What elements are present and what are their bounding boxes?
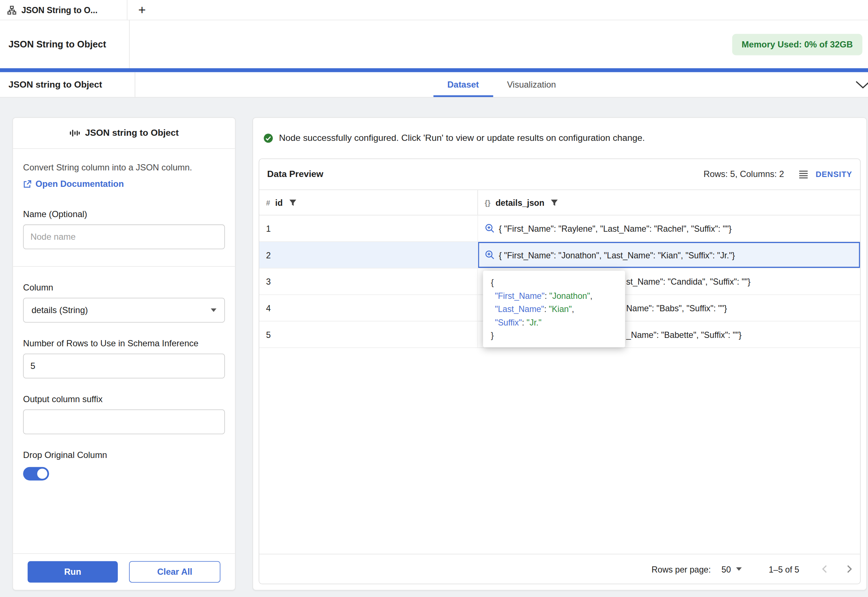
drop-original-label: Drop Original Column xyxy=(23,450,225,460)
chevron-down-icon[interactable] xyxy=(855,80,868,89)
rows-columns-summary: Rows: 5, Columns: 2 xyxy=(704,169,784,180)
data-preview-title: Data Preview xyxy=(267,169,323,180)
json-string-value-partial: st_Name": "Candida", "Suffix": ""} xyxy=(626,276,751,286)
json-key: "Last_Name" xyxy=(495,304,544,313)
tab-dataset[interactable]: Dataset xyxy=(433,72,493,97)
output-suffix-label: Output column suffix xyxy=(23,394,225,404)
json-entry: "First_Name": "Jonathon", xyxy=(491,289,617,302)
magnifier-plus-icon[interactable] xyxy=(485,250,495,260)
section-divider xyxy=(13,266,235,267)
table-body: 1 { "First_Name": "Raylene", "Last_Name"… xyxy=(259,215,860,348)
json-comma: , xyxy=(572,304,574,313)
cell-details-json[interactable]: { "First_Name": "Jonathon", "Last_Name":… xyxy=(477,242,860,268)
json-key: "First_Name" xyxy=(495,291,545,300)
cell-id: 1 xyxy=(259,215,477,241)
memory-usage-badge: Memory Used: 0% of 32GB xyxy=(732,34,862,55)
cell-id: 3 xyxy=(259,269,477,294)
json-entry: "Suffix": "Jr." xyxy=(491,316,617,329)
clear-all-button[interactable]: Clear All xyxy=(129,561,220,583)
config-panel-body: Convert String column into a JSON column… xyxy=(13,149,235,553)
open-documentation-link[interactable]: Open Documentation xyxy=(23,179,225,189)
doc-link-label: Open Documentation xyxy=(36,179,124,189)
filter-icon[interactable] xyxy=(289,199,296,206)
json-open-brace: { xyxy=(491,276,617,289)
column-header-details-json[interactable]: {} details_json xyxy=(477,190,860,215)
page-range: 1–5 of 5 xyxy=(769,564,800,574)
results-panel: Node successfully configured. Click 'Run… xyxy=(252,117,867,590)
column-header-details-label: details_json xyxy=(496,198,545,207)
main-content: JSON string to Object Convert String col… xyxy=(0,97,868,597)
subheader-tabs-area: Dataset Visualization xyxy=(135,72,868,97)
rows-inference-label: Number of Rows to Use in Schema Inferenc… xyxy=(23,338,225,349)
magnifier-plus-icon[interactable] xyxy=(485,223,495,233)
rows-per-page-label: Rows per page: xyxy=(652,564,711,574)
table-header-row: # id {} details_json xyxy=(259,190,860,216)
column-select-value: details (String) xyxy=(32,305,88,315)
node-config-panel: JSON string to Object Convert String col… xyxy=(12,117,236,590)
json-string-value-partial: Name": "Babs", "Suffix": ""} xyxy=(626,303,727,313)
workflow-title: JSON String to Object xyxy=(0,21,129,68)
next-page-button[interactable] xyxy=(846,564,852,574)
json-value: "Jr." xyxy=(527,317,542,327)
table-row[interactable]: 1 { "First_Name": "Raylene", "Last_Name"… xyxy=(259,215,860,242)
cell-id: 2 xyxy=(259,242,477,268)
view-tabs: Dataset Visualization xyxy=(433,72,570,97)
column-header-id[interactable]: # id xyxy=(259,190,477,215)
chevron-down-icon xyxy=(211,308,216,312)
node-title: JSON string to Object xyxy=(0,72,135,97)
column-field-label: Column xyxy=(23,282,225,293)
json-separator: : xyxy=(545,291,549,300)
status-message-row: Node successfully configured. Click 'Run… xyxy=(259,118,861,158)
name-field-label: Name (Optional) xyxy=(23,209,225,219)
json-string-value: { "First_Name": "Jonathon", "Last_Name":… xyxy=(499,250,735,260)
progress-bar xyxy=(0,68,868,72)
node-type-icon xyxy=(69,128,80,138)
node-description: Convert String column into a JSON column… xyxy=(23,162,225,172)
previous-page-button[interactable] xyxy=(822,564,827,574)
workflow-icon xyxy=(7,6,16,15)
config-panel-title: JSON string to Object xyxy=(85,128,179,138)
app-window: JSON String to O... + JSON String to Obj… xyxy=(0,0,868,597)
filter-icon[interactable] xyxy=(551,199,558,206)
cell-id: 4 xyxy=(259,295,477,321)
table-empty-area xyxy=(259,348,860,554)
json-separator: : xyxy=(544,304,549,313)
json-comma: , xyxy=(590,291,592,300)
run-button[interactable]: Run xyxy=(28,561,118,583)
column-header-id-label: id xyxy=(276,198,283,207)
status-text: Node successfully configured. Click 'Run… xyxy=(279,133,645,143)
external-link-icon xyxy=(23,180,31,188)
json-string-value-partial: _Name": "Babette", "Suffix": ""} xyxy=(626,330,741,339)
workflow-tab[interactable]: JSON String to O... xyxy=(0,0,127,20)
data-preview-panel: Data Preview Rows: 5, Columns: 2 DENSITY xyxy=(259,158,861,584)
tab-bar: JSON String to O... + xyxy=(0,0,868,21)
json-key: "Suffix" xyxy=(495,317,522,327)
chevron-down-icon xyxy=(736,567,741,571)
density-icon[interactable] xyxy=(799,170,808,178)
new-tab-button[interactable]: + xyxy=(127,0,157,20)
node-name-input[interactable] xyxy=(23,224,225,249)
rows-inference-input[interactable] xyxy=(23,353,225,379)
app-header: JSON String to Object Memory Used: 0% of… xyxy=(0,21,868,68)
json-close-brace: } xyxy=(491,329,617,342)
json-value: "Kian" xyxy=(549,304,572,313)
workflow-tab-title: JSON String to O... xyxy=(22,5,98,15)
json-type-icon: {} xyxy=(485,198,490,206)
json-separator: : xyxy=(522,317,527,327)
density-button[interactable]: DENSITY xyxy=(816,170,852,179)
cell-id: 5 xyxy=(259,321,477,348)
json-string-value: { "First_Name": "Raylene", "Last_Name": … xyxy=(499,224,732,233)
config-panel-footer: Run Clear All xyxy=(13,553,235,590)
json-value: "Jonathon" xyxy=(549,291,590,300)
output-suffix-input[interactable] xyxy=(23,410,225,434)
cell-details-json[interactable]: { "First_Name": "Raylene", "Last_Name": … xyxy=(477,215,860,241)
number-type-icon: # xyxy=(266,198,270,206)
json-entry: "Last_Name": "Kian", xyxy=(491,302,617,315)
config-panel-header: JSON string to Object xyxy=(13,118,235,149)
tab-visualization[interactable]: Visualization xyxy=(493,72,570,97)
drop-original-toggle[interactable] xyxy=(23,467,49,481)
rows-per-page-select[interactable]: 50 xyxy=(721,564,741,574)
data-preview-controls: Rows: 5, Columns: 2 DENSITY xyxy=(704,169,852,180)
table-row-selected[interactable]: 2 { "First_Name": "Jonathon", "Last_Name… xyxy=(259,242,860,269)
column-select[interactable]: details (String) xyxy=(23,298,225,322)
